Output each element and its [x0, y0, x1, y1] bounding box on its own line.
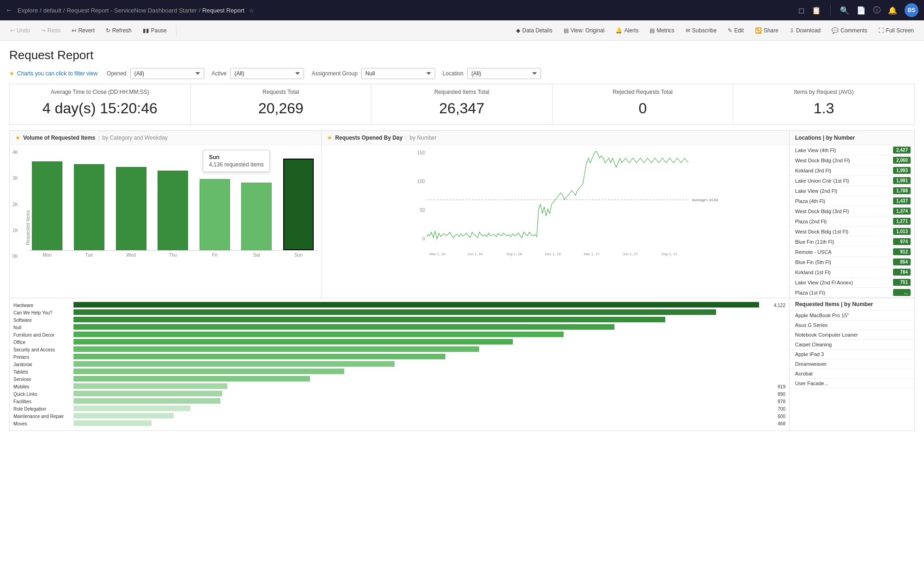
share-button[interactable]: 🔁 Share [750, 25, 783, 36]
category-row[interactable]: Null [13, 324, 785, 331]
category-row[interactable]: Maintenance and Repair600 [13, 413, 785, 419]
bar-group-tue[interactable] [70, 164, 109, 250]
breadcrumb-explore[interactable]: Explore [18, 7, 38, 14]
location-row[interactable]: Lake View (4th Fl)2,427 [790, 145, 914, 155]
location-row[interactable]: Plaza (1st Fl)... [790, 288, 914, 298]
category-row[interactable]: Quick Links890 [13, 391, 785, 397]
revert-label: Revert [78, 27, 94, 34]
edit-document-icon[interactable]: 📄 [857, 6, 866, 15]
top-nav: ← Explore / default / Request Report - S… [0, 0, 924, 20]
req-item-row[interactable]: Asus G Series [790, 320, 914, 330]
filter-opened-select[interactable]: (All) [130, 68, 204, 79]
location-row[interactable]: Plaza (2nd Fl)1,271 [790, 216, 914, 227]
category-row[interactable]: Printers [13, 354, 785, 360]
category-row[interactable]: Furniture and Decor [13, 332, 785, 338]
bar-group-fri[interactable] [196, 179, 234, 250]
data-details-button[interactable]: ◆ Data Details [511, 25, 557, 36]
category-bar-wrap [73, 346, 784, 353]
bar-sat[interactable] [241, 183, 272, 250]
req-item-name: Dreamweaver [795, 361, 909, 367]
clipboard-icon[interactable]: 📋 [812, 6, 821, 15]
filter-assignment-select[interactable]: Null [361, 68, 435, 79]
subscribe-button[interactable]: ✉ Subscribe [681, 25, 721, 36]
category-row[interactable]: Mobiles919 [13, 383, 785, 390]
location-row[interactable]: West Dock Bldg (2nd Fl)2,060 [790, 155, 914, 166]
req-item-row[interactable]: Notebook Computer Loaner [790, 330, 914, 340]
redo-button[interactable]: ↪ Redo [36, 25, 66, 36]
bar-group-sun[interactable] [280, 159, 318, 250]
req-item-row[interactable]: Carpet Cleaning [790, 340, 914, 350]
category-row[interactable]: Services [13, 376, 785, 382]
svg-text:150: 150 [418, 150, 426, 155]
download-button[interactable]: ⇩ Download [785, 25, 825, 36]
category-row[interactable]: Hardware4,122 [13, 302, 785, 308]
req-item-row[interactable]: Dreamweaver [790, 359, 914, 369]
subscribe-icon: ✉ [686, 27, 690, 34]
req-item-row[interactable]: Apple iPad 3 [790, 350, 914, 359]
category-row[interactable]: Can We Help You? [13, 309, 785, 316]
favorite-icon[interactable]: ☆ [249, 7, 255, 14]
refresh-button[interactable]: ↻ Refresh [101, 25, 136, 36]
bar-group-mon[interactable] [28, 161, 67, 250]
breadcrumb-dashboard[interactable]: Request Report - ServiceNow Dashboard St… [67, 7, 197, 14]
location-row[interactable]: Blue Fin (11th Fl)974 [790, 237, 914, 247]
search-icon[interactable]: 🔍 [840, 6, 849, 15]
bar-x-label-sat: Sat [237, 252, 276, 258]
category-row[interactable]: Tablets [13, 369, 785, 375]
bell-icon[interactable]: 🔔 [888, 6, 897, 15]
category-row[interactable]: Security and Access [13, 346, 785, 353]
help-icon[interactable]: ⓘ [873, 6, 881, 15]
category-row[interactable]: Software [13, 317, 785, 323]
req-item-name: Asus G Series [795, 322, 909, 328]
location-row[interactable]: Lake View (2nd Fl)1,788 [790, 186, 914, 196]
bar-wed[interactable] [116, 167, 146, 250]
bar-sun[interactable] [283, 159, 314, 250]
filter-location-select[interactable]: (All) [467, 68, 541, 79]
category-row[interactable]: Role Delegation700 [13, 406, 785, 412]
breadcrumb-default[interactable]: default [43, 7, 61, 14]
location-row[interactable]: West Dock Bldg (1st Fl)1,013 [790, 227, 914, 237]
bar-tue[interactable] [74, 164, 104, 250]
metrics-button[interactable]: ▤ Metrics [645, 25, 679, 36]
category-row[interactable]: Office [13, 339, 785, 345]
location-row[interactable]: Kirkland (3rd Fl)1,993 [790, 166, 914, 176]
req-item-row[interactable]: Apple MacBook Pro 15" [790, 311, 914, 320]
edit-button[interactable]: ✎ Edit [723, 25, 748, 36]
category-row[interactable]: Moves468 [13, 420, 785, 427]
fullscreen-button[interactable]: ⛶ Full Screen [874, 25, 918, 36]
comments-button[interactable]: 💬 Comments [827, 25, 872, 36]
req-item-row[interactable]: User Facade... [790, 379, 914, 388]
category-row[interactable]: Facilities878 [13, 398, 785, 405]
bar-group-wed[interactable] [112, 167, 150, 250]
location-badge: 1,271 [893, 218, 911, 225]
mobile-icon[interactable]: ◻ [798, 6, 804, 15]
filter-row: ★ Charts you can click to filter view Op… [9, 68, 915, 79]
undo-button[interactable]: ↩ Undo [6, 25, 35, 36]
pause-button[interactable]: ▮▮ Pause [138, 25, 171, 36]
revert-button[interactable]: ↤ Revert [67, 25, 99, 36]
location-row[interactable]: Lake View (2nd Fl Annex)751 [790, 277, 914, 288]
back-button[interactable]: ← [6, 6, 13, 14]
location-row[interactable]: West Dock Bldg (3rd Fl)1,374 [790, 206, 914, 216]
location-row[interactable]: Kirkland (1st Fl)784 [790, 267, 914, 277]
location-row[interactable]: Blue Fin (5th Fl)854 [790, 257, 914, 267]
location-row[interactable]: Remote - USCA912 [790, 247, 914, 257]
location-row[interactable]: Lake Union Cntr (1st Fl)1,991 [790, 176, 914, 186]
category-name: Null [13, 325, 73, 330]
bar-mon[interactable] [32, 161, 62, 250]
avatar[interactable]: BS [905, 3, 918, 17]
bar-group-thu[interactable] [154, 171, 192, 250]
req-item-row[interactable]: Acrobat [790, 369, 914, 379]
bar-group-sat[interactable] [237, 183, 276, 250]
view-original-button[interactable]: ▤ View: Original [559, 25, 609, 36]
bar-thu[interactable] [158, 171, 188, 250]
category-name: Role Delegation [13, 406, 73, 412]
location-row[interactable]: Plaza (4th Fl)1,437 [790, 196, 914, 206]
filter-active-select[interactable]: (All) [230, 68, 304, 79]
bar-fri[interactable] [200, 179, 230, 250]
data-details-icon: ◆ [516, 27, 520, 34]
comments-icon: 💬 [832, 27, 839, 34]
category-bar [73, 406, 190, 411]
alerts-button[interactable]: 🔔 Alerts [611, 25, 643, 36]
category-row[interactable]: Janitorial [13, 361, 785, 368]
